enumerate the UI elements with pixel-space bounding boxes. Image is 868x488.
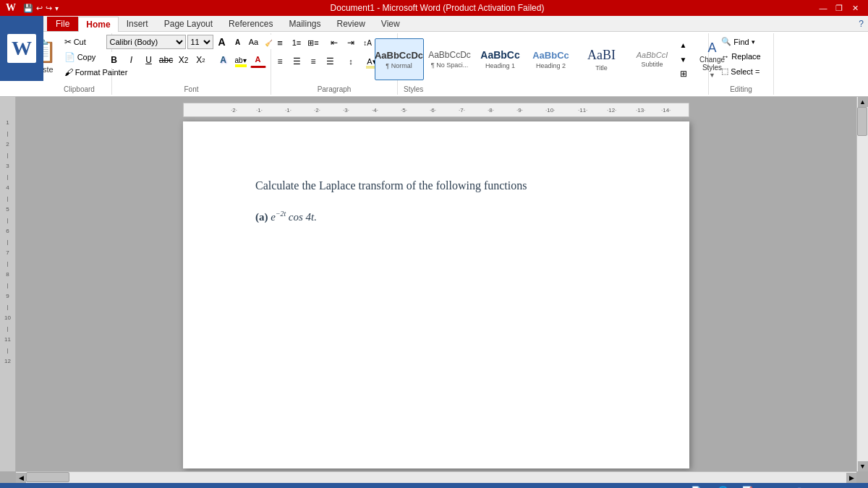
bold-button[interactable]: B [106, 52, 122, 68]
tab-mailings[interactable]: Mailings [281, 16, 328, 31]
quick-redo[interactable]: ↪ [46, 4, 52, 13]
tab-page-layout[interactable]: Page Layout [156, 16, 221, 31]
font-color-button[interactable]: A [250, 52, 266, 68]
style-normal[interactable]: AaBbCcDc ¶ Normal [375, 38, 424, 80]
style-normal-preview: AaBbCcDc [375, 50, 423, 61]
italic-button[interactable]: I [124, 52, 140, 68]
superscript-button[interactable]: X2 [193, 52, 209, 68]
align-left-button[interactable]: ≡ [272, 53, 288, 69]
styles-more[interactable]: ⊞ [678, 67, 689, 80]
scroll-left-button[interactable]: ◀ [16, 473, 26, 483]
style-heading2[interactable]: AaBbCc Heading 2 [527, 38, 576, 80]
styles-scroll-up[interactable]: ▲ [678, 38, 689, 51]
doc-scroll-area[interactable]: ·2· ·1· ·1· ·2· ·3· ·4· ·5· ·6· ·7· ·8· … [16, 97, 856, 471]
minimize-button[interactable]: — [816, 2, 830, 14]
editing-group-label: Editing [730, 85, 752, 93]
select-button[interactable]: ⬚ Select = [718, 64, 763, 78]
styles-scroll-down[interactable]: ▼ [678, 53, 689, 66]
hscroll-thumb[interactable] [26, 472, 69, 482]
hscroll-track [26, 472, 846, 483]
tab-view[interactable]: View [373, 16, 408, 31]
font-size-select[interactable]: 11 [187, 35, 213, 49]
styles-content: AaBbCcDc ¶ Normal AaBbCcDc ¶ No Spaci...… [375, 35, 732, 84]
editing-content: 🔍 Find ▾ ↔ Replace ⬚ Select = [718, 35, 764, 84]
scroll-up-button[interactable]: ▲ [858, 97, 868, 107]
styles-scroll-buttons: ▲ ▼ ⊞ [678, 38, 689, 80]
scroll-down-button[interactable]: ▼ [858, 461, 868, 471]
document-body: (a) e−2t cos 4t. [255, 207, 624, 228]
align-right-button[interactable]: ≡ [305, 53, 321, 69]
grow-font-button[interactable]: A [215, 35, 229, 49]
font-name-select[interactable]: Calibri (Body) [106, 35, 186, 49]
numbering-button[interactable]: 1≡ [289, 35, 305, 51]
justify-button[interactable]: ☰ [322, 53, 338, 69]
tab-review[interactable]: Review [328, 16, 373, 31]
replace-icon: ↔ [721, 52, 729, 61]
text-highlight-button[interactable]: ab▾ [233, 52, 249, 68]
quick-undo[interactable]: ↩ [36, 4, 43, 13]
title-bar: W 💾 ↩ ↪ ▾ Document1 - Microsoft Word (Pr… [0, 0, 868, 16]
style-subtitle[interactable]: AaBbCcI Subtitle [628, 38, 677, 80]
style-no-spacing[interactable]: AaBbCcDc ¶ No Spaci... [425, 38, 475, 80]
document-page[interactable]: Calculate the Laplace transform of the f… [183, 121, 689, 468]
restore-button[interactable]: ❐ [832, 2, 846, 14]
ribbon: 📋 Paste ✂ Cut 📄 Copy 🖌 Format Painter Cl… [0, 32, 868, 97]
style-subtitle-label: Subtitle [641, 61, 663, 68]
ribbon-tabs: File Home Insert Page Layout References … [0, 16, 868, 32]
close-button[interactable]: ✕ [848, 2, 862, 14]
align-center-button[interactable]: ☰ [289, 53, 305, 69]
quick-save[interactable]: 💾 [23, 4, 33, 13]
line-spacing-button[interactable]: ↕ [343, 53, 359, 69]
style-title-label: Title [595, 64, 608, 72]
style-heading1[interactable]: AaBbCc Heading 1 [476, 38, 525, 80]
text-effects-button[interactable]: A [216, 52, 231, 68]
tab-file[interactable]: File [47, 17, 78, 31]
bullets-button[interactable]: ≡ [272, 35, 288, 51]
multilevel-button[interactable]: ⊞≡ [305, 35, 321, 51]
style-title[interactable]: AaBI Title [577, 38, 626, 80]
styles-group-label: Styles [404, 85, 423, 93]
shrink-font-button[interactable]: A [231, 35, 245, 49]
scroll-right-button[interactable]: ▶ [846, 473, 856, 483]
paragraph-group-label: Paragraph [318, 85, 352, 93]
help-icon[interactable]: ? [854, 17, 868, 31]
document-area: 1| 2| 3| 4| 5| 6| 7| 8| 9| 10| 11| 12 ·2… [0, 97, 868, 471]
tab-home[interactable]: Home [78, 17, 118, 32]
status-bar: Page: 1 of 1 Words: 0 ✓ 📄 ⊞ 🌐 ≡ 📝 — + 10… [0, 483, 868, 488]
equation-expr: e−2t cos 4t. [271, 211, 317, 223]
document-title: Document1 - Microsoft Word (Product Acti… [59, 3, 816, 13]
style-nospace-label: ¶ No Spaci... [431, 61, 468, 69]
styles-group: AaBbCcDc ¶ Normal AaBbCcDc ¶ No Spaci...… [398, 33, 709, 95]
horizontal-scrollbar[interactable]: ◀ ▶ [16, 471, 856, 483]
style-nospace-preview: AaBbCcDc [428, 50, 471, 60]
find-icon: 🔍 [721, 37, 731, 46]
find-label: Find [733, 38, 749, 46]
increase-indent-button[interactable]: ⇥ [343, 35, 359, 51]
tab-insert[interactable]: Insert [119, 16, 156, 31]
document-heading: Calculate the Laplace transform of the f… [255, 179, 624, 192]
decrease-indent-button[interactable]: ⇤ [326, 35, 342, 51]
vertical-ruler: 1| 2| 3| 4| 5| 6| 7| 8| 9| 10| 11| 12 [0, 97, 16, 471]
font-group: Calibri (Body) 11 A A Aa 🧹 B I U abc X2 … [112, 33, 271, 95]
clipboard-group: 📋 Paste ✂ Cut 📄 Copy 🖌 Format Painter Cl… [47, 33, 112, 95]
font-group-label: Font [184, 85, 198, 93]
select-label: Select = [731, 67, 760, 76]
change-case-button[interactable]: Aa [247, 35, 261, 49]
cut-label: Cut [74, 38, 86, 46]
underline-button[interactable]: U [141, 52, 157, 68]
proofing-icon[interactable]: ✓ [98, 486, 106, 489]
format-painter-icon: 🖌 [64, 67, 73, 77]
vertical-scrollbar[interactable]: ▲ ▼ [856, 97, 868, 471]
title-bar-left: W 💾 ↩ ↪ ▾ [6, 2, 59, 14]
style-subtitle-preview: AaBbCcI [637, 51, 668, 59]
select-icon: ⬚ [721, 67, 728, 76]
sort-button[interactable]: ↕A [359, 35, 375, 51]
tab-references[interactable]: References [221, 16, 281, 31]
replace-button[interactable]: ↔ Replace [718, 50, 764, 63]
scroll-thumb[interactable] [857, 107, 867, 136]
style-title-preview: AaBI [587, 48, 616, 63]
find-button[interactable]: 🔍 Find ▾ [718, 35, 758, 48]
strikethrough-button[interactable]: abc [158, 52, 174, 68]
font-name-row: Calibri (Body) 11 A A Aa 🧹 [106, 35, 277, 49]
subscript-button[interactable]: X2 [176, 52, 192, 68]
